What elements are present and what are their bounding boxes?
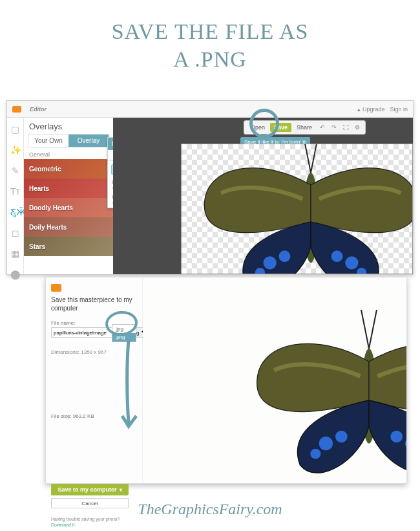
save-to-computer-button[interactable]: Save to my computer▾ [51,484,129,495]
svg-point-9 [335,431,348,443]
save-button[interactable]: Save [270,123,291,132]
texture-icon[interactable]: ▦ [10,248,21,259]
category-stars[interactable]: Stars [24,237,113,256]
butterfly-preview-image [240,310,406,483]
title-line-2: A .PNG [0,46,420,74]
svg-point-2 [279,250,291,262]
upgrade-link[interactable]: ▴ Upgrade [357,106,384,113]
svg-point-10 [310,449,320,459]
title-line-1: SAVE THE FILE AS [0,18,420,46]
svg-point-4 [345,256,358,269]
overlays-tabs: Your Own Overlay [28,134,109,147]
brush-icon[interactable]: ✎ [10,166,21,176]
category-doodly-hearts[interactable]: Doodly Hearts [24,198,113,217]
open-button[interactable]: Open [247,123,269,132]
download-link[interactable]: Download it [51,523,75,527]
butterfly-image [188,144,413,274]
overlays-title: Overlays [24,118,113,134]
editor-logo-icon [12,106,21,113]
undo-icon[interactable]: ↶ [317,124,328,131]
butterfly-icon[interactable]: Ƹ̵̡Ӝ [10,207,21,217]
tab-your-own[interactable]: Your Own [28,135,68,147]
signin-link[interactable]: Sign in [390,106,408,113]
share-button[interactable]: Share [293,123,316,132]
annotation-arrow [117,340,143,437]
svg-point-12 [390,431,403,443]
editor-canvas-area: Open Save Share ↶ ↷ ⛶ ⚙ Save it like it … [113,118,413,274]
page-title: SAVE THE FILE AS A .PNG [0,0,420,73]
apple-icon[interactable]: ⬤ [10,269,21,279]
save-logo-icon [51,284,61,292]
fullscreen-icon[interactable]: ⛶ [341,124,351,131]
ext-option-jpg[interactable]: .jpg [112,325,136,333]
svg-point-1 [264,256,277,269]
svg-point-8 [319,437,333,450]
editor-brand: Editor [30,106,47,113]
tab-overlay[interactable]: Overlay [68,135,109,147]
svg-point-5 [331,250,343,262]
chevron-down-icon: ▾ [120,487,122,493]
redo-icon[interactable]: ↷ [329,124,339,131]
wand-icon[interactable]: ✨ [10,145,21,155]
category-hearts[interactable]: Hearts [24,179,113,198]
frame-icon[interactable]: ◻ [10,228,21,238]
editor-header: Editor ▴ Upgrade Sign in [7,101,413,118]
footer-credit: TheGraphicsFairy.com [0,501,420,518]
settings-gear-icon[interactable]: ⚙ [352,124,362,131]
category-geometric[interactable]: Geometric [24,159,113,179]
canvas-toolbar: Open Save Share ↶ ↷ ⛶ ⚙ [244,120,366,135]
category-doily-hearts[interactable]: Doily Hearts [24,217,113,237]
crop-icon[interactable]: ▢ [10,124,21,135]
transparent-canvas[interactable] [181,144,413,274]
save-dialog-window: Save this masterpiece to my computer Fil… [45,277,407,484]
save-heading: Save this masterpiece to my computer [51,296,137,312]
save-preview-canvas [143,277,406,483]
text-icon[interactable]: Tт [10,186,21,197]
general-label: General [24,147,113,159]
editor-window: Editor ▴ Upgrade Sign in ▢ ✨ ✎ Tт Ƹ̵̡Ӝ ◻… [6,100,414,275]
tool-strip: ▢ ✨ ✎ Tт Ƹ̵̡Ӝ ◻ ▦ ⬤ [7,118,24,274]
overlays-panel: Overlays Your Own Overlay General Geomet… [24,118,113,274]
